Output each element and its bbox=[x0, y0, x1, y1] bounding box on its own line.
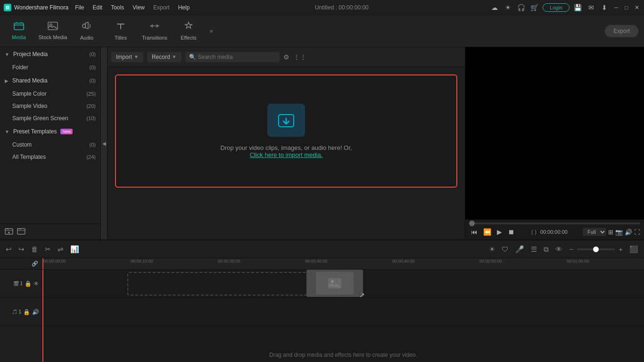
stop-button[interactable]: ⏹ bbox=[506, 227, 516, 237]
fullscreen-icon[interactable]: ⛶ bbox=[634, 229, 640, 236]
quality-selector[interactable]: Full1/21/4 bbox=[583, 228, 606, 236]
sidebar-item-sample-green-screen[interactable]: Sample Green Screen (10) bbox=[0, 112, 100, 124]
video-track-lane[interactable]: ↗ bbox=[42, 270, 644, 298]
export-button[interactable]: Export bbox=[605, 25, 638, 37]
headset-icon[interactable]: 🎧 bbox=[516, 3, 526, 12]
effects-icon bbox=[183, 21, 194, 33]
filter-icon[interactable]: ⚙ bbox=[283, 53, 289, 61]
preview-controls: ⏮ ⏪ ▶ ⏹ { } 00:00:00:00 Full1/21/4 ⊞ 📷 bbox=[465, 220, 644, 239]
controls-row: ⏮ ⏪ ▶ ⏹ { } 00:00:00:00 Full1/21/4 ⊞ 📷 bbox=[469, 227, 640, 237]
ruler-mark-5: 00:00:50:00 bbox=[479, 258, 502, 270]
track-lock-icon[interactable]: 🔒 bbox=[25, 280, 32, 287]
search-input[interactable] bbox=[198, 54, 276, 60]
volume-icon[interactable]: 🔊 bbox=[625, 229, 632, 236]
eye-icon[interactable]: 👁 bbox=[553, 244, 564, 254]
chevron-right-icon: ▶ bbox=[5, 78, 8, 83]
toolbar-more-button[interactable]: » bbox=[206, 17, 217, 45]
ruler-mark-2: 00:00:20:00 bbox=[217, 258, 240, 270]
timeline-ruler[interactable]: 00:00:00:00 00:00:10:00 00:00:20:00 00:0… bbox=[42, 258, 644, 270]
toolbar-media[interactable]: Media bbox=[2, 17, 36, 45]
close-button[interactable]: ✕ bbox=[634, 4, 640, 11]
sidebar-collapse-button[interactable]: ◀ bbox=[101, 47, 107, 239]
menu-help[interactable]: Help bbox=[174, 3, 194, 12]
redo-button[interactable]: ↪ bbox=[17, 244, 26, 255]
download-icon[interactable]: ⬇ bbox=[600, 3, 609, 12]
screenshot-icon[interactable]: 📷 bbox=[615, 229, 623, 236]
mail-icon[interactable]: ✉ bbox=[586, 3, 596, 12]
timeline-area: ↩ ↪ 🗑 ✂ ⇌ 📊 ☀ 🛡 🎤 ☰ ⧉ 👁 − + ⬛ 🔗 bbox=[0, 239, 644, 362]
cloud-icon[interactable]: ☁ bbox=[490, 3, 499, 12]
link-icon[interactable]: 🔗 bbox=[32, 261, 38, 267]
sidebar-item-sample-video[interactable]: Sample Video (20) bbox=[0, 100, 100, 112]
import-link[interactable]: Click here to import media. bbox=[250, 151, 323, 158]
sidebar-item-folder[interactable]: Folder (0) bbox=[0, 61, 100, 74]
sidebar-item-sample-color[interactable]: Sample Color (25) bbox=[0, 88, 100, 100]
delete-button[interactable]: 🗑 bbox=[29, 244, 40, 254]
cut-button[interactable]: ✂ bbox=[43, 244, 53, 255]
list-icon[interactable]: ☰ bbox=[529, 244, 539, 255]
menu-edit[interactable]: Edit bbox=[89, 3, 107, 12]
scrubber-handle[interactable] bbox=[469, 221, 475, 226]
cart-icon[interactable]: 🛒 bbox=[529, 3, 539, 12]
open-folder-button[interactable] bbox=[17, 227, 25, 237]
add-folder-button[interactable] bbox=[5, 227, 13, 237]
maximize-button[interactable]: □ bbox=[623, 4, 630, 11]
audio-track-lane[interactable] bbox=[42, 298, 644, 326]
sidebar-preset-templates[interactable]: ▼ Preset Templates New bbox=[0, 124, 100, 139]
track-visibility-icon[interactable]: 👁 bbox=[33, 280, 39, 287]
audio-track-header: 🎵 1 🔒 🔊 bbox=[0, 298, 42, 326]
menu-export[interactable]: Export bbox=[149, 3, 173, 12]
mic-icon[interactable]: 🎤 bbox=[513, 244, 526, 255]
titlebar-left: Wondershare Filmora File Edit Tools View… bbox=[4, 3, 193, 12]
zoom-slider[interactable] bbox=[577, 248, 615, 250]
playhead bbox=[42, 258, 43, 269]
snap-icon[interactable]: ☀ bbox=[487, 244, 497, 255]
audio-track-lock-icon[interactable]: 🔒 bbox=[23, 309, 30, 315]
sidebar: ▼ Project Media (0) Folder (0) ▶ Shared … bbox=[0, 47, 101, 239]
save-icon[interactable]: 💾 bbox=[573, 3, 583, 12]
audio-detach-button[interactable]: 📊 bbox=[68, 244, 81, 255]
shield-icon[interactable]: 🛡 bbox=[500, 244, 511, 254]
zoom-controls: − + bbox=[567, 244, 625, 254]
main-area: ▼ Project Media (0) Folder (0) ▶ Shared … bbox=[0, 47, 644, 239]
import-button[interactable]: Import ▼ bbox=[111, 52, 143, 62]
expand-button[interactable]: ⬛ bbox=[627, 244, 640, 255]
split-button[interactable]: ⇌ bbox=[56, 244, 66, 255]
sun-icon[interactable]: ☀ bbox=[503, 3, 512, 12]
sidebar-project-media[interactable]: ▼ Project Media (0) bbox=[0, 47, 100, 61]
svg-rect-1 bbox=[48, 22, 58, 30]
menu-tools[interactable]: Tools bbox=[107, 3, 128, 12]
record-button[interactable]: Record ▼ bbox=[147, 52, 182, 62]
scrubber[interactable] bbox=[469, 222, 640, 224]
chevron-down-icon: ▼ bbox=[5, 52, 9, 57]
sidebar-shared-media[interactable]: ▶ Shared Media (0) bbox=[0, 74, 100, 88]
toolbar-stock-media[interactable]: Stock Media bbox=[36, 17, 70, 45]
toolbar-audio[interactable]: Audio bbox=[70, 17, 104, 45]
grid-view-icon[interactable]: ⋮⋮ bbox=[293, 53, 306, 61]
menu-view[interactable]: View bbox=[129, 3, 149, 12]
toolbar-titles[interactable]: Titles bbox=[104, 17, 138, 45]
prev-frame-button[interactable]: ⏮ bbox=[469, 227, 479, 237]
audio-track-mute-icon[interactable]: 🔊 bbox=[32, 309, 39, 315]
zoom-in-button[interactable]: + bbox=[617, 244, 625, 254]
toolbar: Media Stock Media Audio Titles Transitio… bbox=[0, 15, 644, 47]
add-to-timeline-icon[interactable]: ⊞ bbox=[608, 229, 613, 236]
menu-bar: File Edit Tools View Export Help bbox=[71, 3, 193, 12]
titles-icon bbox=[116, 21, 126, 33]
drop-zone[interactable]: Drop your video clips, images, or audio … bbox=[115, 74, 457, 188]
drag-ghost: ↗ bbox=[306, 270, 363, 297]
toolbar-effects[interactable]: Effects bbox=[172, 17, 206, 45]
sidebar-item-all-templates[interactable]: All Templates (24) bbox=[0, 151, 100, 163]
playback-controls: ⏮ ⏪ ▶ ⏹ bbox=[469, 227, 516, 237]
toolbar-transitions[interactable]: Transitions bbox=[138, 17, 172, 45]
zoom-out-button[interactable]: − bbox=[567, 244, 575, 254]
undo-button[interactable]: ↩ bbox=[4, 244, 14, 255]
stock-media-icon bbox=[48, 22, 58, 33]
play-button[interactable]: ▶ bbox=[495, 227, 504, 237]
layers-icon[interactable]: ⧉ bbox=[542, 244, 551, 255]
login-button[interactable]: Login bbox=[543, 3, 570, 12]
sidebar-item-custom[interactable]: Custom (0) bbox=[0, 139, 100, 151]
back-5-button[interactable]: ⏪ bbox=[481, 227, 493, 237]
minimize-button[interactable]: ─ bbox=[613, 4, 619, 11]
menu-file[interactable]: File bbox=[71, 3, 88, 12]
